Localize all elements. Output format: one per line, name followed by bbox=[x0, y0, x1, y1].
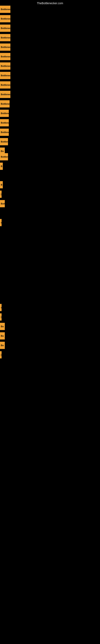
bottleneck-bar-label-21: Bott bbox=[1, 202, 5, 205]
bottleneck-bar-label-17: Bottlen bbox=[1, 156, 8, 158]
bottleneck-bar-label-7: Bottleneck resu bbox=[1, 65, 10, 67]
bottleneck-bar-25: Bo bbox=[0, 323, 5, 330]
bottleneck-bar-label-1: Bottleneck resu bbox=[1, 8, 10, 10]
bottleneck-bar-label-12: Bottleneck re bbox=[1, 112, 9, 114]
bottleneck-bar-label-18: B bbox=[1, 165, 2, 168]
bottleneck-bar-15: Bottlene bbox=[0, 138, 8, 145]
bottleneck-bar-label-23: s bbox=[1, 306, 1, 309]
bottleneck-bar-11: Bottleneck res bbox=[0, 100, 10, 108]
bottleneck-bar-label-16: Bo bbox=[1, 150, 4, 152]
bottleneck-bar-label-28: | bbox=[1, 354, 1, 356]
bottleneck-bar-label-10: Bottleneck resu bbox=[1, 93, 10, 96]
bottleneck-bar-17: Bottlen bbox=[0, 153, 8, 160]
bottleneck-bar-5: Bottleneck resu bbox=[0, 44, 10, 51]
bottleneck-bar-28: | bbox=[0, 351, 1, 358]
bottleneck-bar-label-11: Bottleneck res bbox=[1, 103, 10, 105]
bottleneck-bar-4: Bottleneck resu bbox=[0, 34, 10, 41]
bottleneck-bar-18: B bbox=[0, 162, 3, 170]
bottleneck-bar-label-8: Bottleneck resu bbox=[1, 74, 10, 77]
bottleneck-bar-20: | bbox=[0, 190, 1, 198]
bottleneck-bar-24: | bbox=[0, 313, 1, 320]
bottleneck-bar-label-13: Bottleneck re bbox=[1, 122, 9, 124]
bottleneck-bar-26: Bo bbox=[0, 332, 5, 340]
bottleneck-bar-12: Bottleneck re bbox=[0, 110, 9, 117]
bottleneck-bar-label-4: Bottleneck resu bbox=[1, 36, 10, 39]
bottleneck-bar-label-3: Bottleneck resu bbox=[1, 27, 10, 30]
bottleneck-bar-label-25: Bo bbox=[1, 325, 4, 328]
bottleneck-bar-3: Bottleneck resu bbox=[0, 24, 10, 32]
bottleneck-bar-2: Bottleneck resu bbox=[0, 15, 10, 22]
bottleneck-bar-label-19: B bbox=[1, 184, 2, 186]
bottleneck-bar-label-27: Bo bbox=[1, 344, 4, 346]
bottleneck-bar-label-5: Bottleneck resu bbox=[1, 46, 10, 48]
bottleneck-bar-8: Bottleneck resu bbox=[0, 72, 10, 79]
bottleneck-bar-label-20: | bbox=[1, 193, 1, 196]
bottleneck-bar-label-22: s bbox=[1, 222, 1, 224]
bottleneck-bar-23: s bbox=[0, 304, 1, 311]
bottleneck-bar-1: Bottleneck resu bbox=[0, 6, 10, 13]
bottleneck-bar-27: Bo bbox=[0, 342, 5, 349]
bottleneck-bar-label-9: Bottleneck resu bbox=[1, 84, 10, 86]
bottleneck-bar-label-2: Bottleneck resu bbox=[1, 18, 10, 20]
bottleneck-bar-9: Bottleneck resu bbox=[0, 81, 10, 88]
bottleneck-bar-19: B bbox=[0, 181, 3, 188]
site-title: TheBottlenecker.com bbox=[37, 2, 63, 5]
bottleneck-bar-14: Bottleneck re bbox=[0, 128, 9, 136]
bottleneck-bar-label-24: | bbox=[1, 316, 1, 318]
bottleneck-bar-label-14: Bottleneck re bbox=[1, 131, 9, 134]
bottleneck-bar-label-15: Bottlene bbox=[1, 140, 8, 143]
bottleneck-bar-label-6: Bottleneck resu bbox=[1, 55, 10, 58]
bottleneck-bar-6: Bottleneck resu bbox=[0, 53, 10, 60]
bottleneck-bar-label-26: Bo bbox=[1, 335, 4, 337]
bottleneck-bar-21: Bott bbox=[0, 200, 5, 207]
bottleneck-bar-13: Bottleneck re bbox=[0, 119, 9, 126]
bottleneck-bar-22: s bbox=[0, 219, 1, 226]
bottleneck-bar-7: Bottleneck resu bbox=[0, 62, 10, 70]
bottleneck-bar-10: Bottleneck resu bbox=[0, 91, 10, 98]
